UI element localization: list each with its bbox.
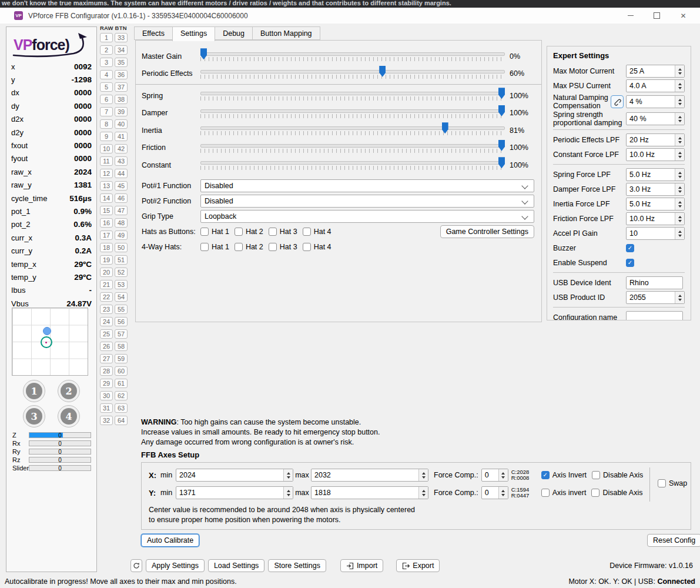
round-button-1[interactable]: 1 — [23, 380, 45, 402]
raw-button-20[interactable]: 20 — [100, 268, 113, 277]
raw-button-2[interactable]: 2 — [100, 45, 113, 55]
spinner-buttons[interactable] — [675, 96, 684, 108]
slider-spring[interactable] — [200, 87, 505, 104]
raw-button-63[interactable]: 63 — [115, 403, 128, 413]
raw-button-41[interactable]: 41 — [115, 132, 128, 141]
hat-4-checkbox[interactable] — [303, 243, 311, 251]
pot-1-function-select[interactable]: Disabled — [200, 179, 534, 192]
spin-down-icon[interactable] — [422, 476, 426, 479]
swap-option[interactable]: Swap — [658, 479, 687, 487]
raw-button-1[interactable]: 1 — [100, 33, 113, 42]
disable-axis-option[interactable]: Disable Axis — [591, 489, 642, 497]
spin-down-icon[interactable] — [501, 476, 505, 479]
disable-axis-option[interactable]: Disable Axis — [592, 471, 643, 479]
reset-config-button[interactable]: Reset Config — [647, 534, 700, 547]
spinner-buttons[interactable] — [675, 169, 684, 181]
raw-button-18[interactable]: 18 — [100, 243, 113, 252]
spinner-buttons[interactable] — [498, 469, 508, 481]
raw-button-45[interactable]: 45 — [115, 181, 128, 191]
y-min-spinbox[interactable]: 1371 — [176, 486, 293, 499]
hat-option-4-way-hats-hat-1[interactable]: Hat 1 — [200, 243, 229, 251]
hat-option-hats-as-buttons-hat-1[interactable]: Hat 1 — [200, 228, 229, 236]
close-button[interactable]: ✕ — [670, 9, 696, 23]
raw-button-21[interactable]: 21 — [100, 280, 113, 289]
raw-button-62[interactable]: 62 — [115, 391, 128, 400]
spinner-buttons[interactable] — [675, 80, 684, 92]
spring-force-lpf-spinbox[interactable]: 5.0 Hz — [626, 168, 685, 181]
raw-button-39[interactable]: 39 — [115, 107, 128, 116]
spin-up-icon[interactable] — [678, 172, 682, 174]
hat-4-checkbox[interactable] — [303, 228, 311, 236]
hat-2-checkbox[interactable] — [235, 228, 243, 236]
apply-settings-button[interactable]: Apply Settings — [146, 559, 205, 572]
tab-button-mapping[interactable]: Button Mapping — [252, 26, 320, 40]
raw-button-64[interactable]: 64 — [115, 416, 128, 425]
spin-down-icon[interactable] — [678, 191, 682, 193]
raw-button-14[interactable]: 14 — [100, 193, 113, 203]
spin-up-icon[interactable] — [678, 137, 682, 139]
spin-down-icon[interactable] — [287, 494, 290, 496]
spin-up-icon[interactable] — [678, 230, 682, 233]
raw-button-34[interactable]: 34 — [115, 45, 128, 55]
raw-button-35[interactable]: 35 — [115, 58, 128, 67]
raw-button-48[interactable]: 48 — [115, 218, 128, 228]
spin-up-icon[interactable] — [678, 186, 682, 189]
usb-device-ident-input[interactable]: Rhino — [626, 276, 683, 289]
swap-checkbox[interactable] — [658, 479, 666, 487]
damper-force-lpf-spinbox[interactable]: 3.0 Hz — [626, 183, 685, 196]
minimize-button[interactable] — [617, 9, 644, 23]
y-disable-axis-checkbox[interactable] — [591, 489, 599, 497]
game-controller-settings-button[interactable]: Game Controller Settings — [440, 225, 534, 238]
store-settings-button[interactable]: Store Settings — [268, 559, 326, 572]
spin-down-icon[interactable] — [678, 220, 682, 222]
enable-suspend-checkbox[interactable]: ✓ — [626, 259, 634, 267]
spin-up-icon[interactable] — [422, 472, 426, 475]
x-force-comp-spinbox[interactable]: 0 — [481, 469, 508, 482]
raw-button-59[interactable]: 59 — [115, 354, 128, 363]
natural-damping-compensation-spinbox[interactable]: 4 % — [626, 95, 685, 108]
slider-constant[interactable] — [200, 156, 505, 173]
raw-button-49[interactable]: 49 — [115, 230, 128, 240]
raw-button-40[interactable]: 40 — [115, 119, 128, 129]
tab-effects[interactable]: Effects — [134, 26, 173, 40]
x-min-spinbox[interactable]: 2024 — [176, 469, 293, 482]
spin-up-icon[interactable] — [678, 201, 682, 203]
spinner-buttons[interactable] — [283, 469, 293, 481]
raw-button-53[interactable]: 53 — [115, 280, 128, 289]
spring-strength-proportional-damping-spinbox[interactable]: 40 % — [626, 112, 685, 125]
raw-button-57[interactable]: 57 — [115, 329, 128, 339]
axis-invert-option[interactable]: Axis invert — [541, 489, 587, 497]
raw-button-50[interactable]: 50 — [115, 243, 128, 252]
raw-button-26[interactable]: 26 — [100, 342, 113, 351]
raw-button-16[interactable]: 16 — [100, 218, 113, 228]
spin-up-icon[interactable] — [678, 216, 682, 218]
slider-inertia[interactable] — [200, 122, 505, 139]
constant-force-lpf-spinbox[interactable]: 10.0 Hz — [626, 148, 685, 161]
raw-button-11[interactable]: 11 — [100, 156, 113, 166]
spin-down-icon[interactable] — [678, 72, 682, 75]
spin-down-icon[interactable] — [678, 141, 682, 143]
y-max-spinbox[interactable]: 1818 — [311, 486, 428, 499]
spin-up-icon[interactable] — [678, 152, 682, 154]
spin-up-icon[interactable] — [501, 472, 505, 475]
raw-button-23[interactable]: 23 — [100, 305, 113, 314]
max-motor-current-spinbox[interactable]: 25 A — [626, 65, 685, 78]
raw-button-58[interactable]: 58 — [115, 342, 128, 351]
raw-button-19[interactable]: 19 — [100, 255, 113, 265]
raw-button-55[interactable]: 55 — [115, 305, 128, 314]
hat-3-checkbox[interactable] — [269, 243, 277, 251]
raw-button-33[interactable]: 33 — [115, 33, 128, 42]
slider-damper[interactable] — [200, 105, 505, 122]
hat-option-hats-as-buttons-hat-4[interactable]: Hat 4 — [303, 228, 331, 236]
raw-button-22[interactable]: 22 — [100, 292, 113, 302]
spinner-buttons[interactable] — [675, 113, 684, 125]
raw-button-8[interactable]: 8 — [100, 119, 113, 129]
x-max-spinbox[interactable]: 2032 — [311, 469, 428, 482]
hat-1-checkbox[interactable] — [200, 243, 209, 251]
raw-button-44[interactable]: 44 — [115, 169, 128, 178]
hat-option-4-way-hats-hat-2[interactable]: Hat 2 — [235, 243, 263, 251]
slider-periodic-effects[interactable] — [200, 65, 505, 82]
raw-button-12[interactable]: 12 — [100, 169, 113, 178]
raw-button-51[interactable]: 51 — [115, 255, 128, 265]
raw-button-3[interactable]: 3 — [100, 58, 113, 67]
